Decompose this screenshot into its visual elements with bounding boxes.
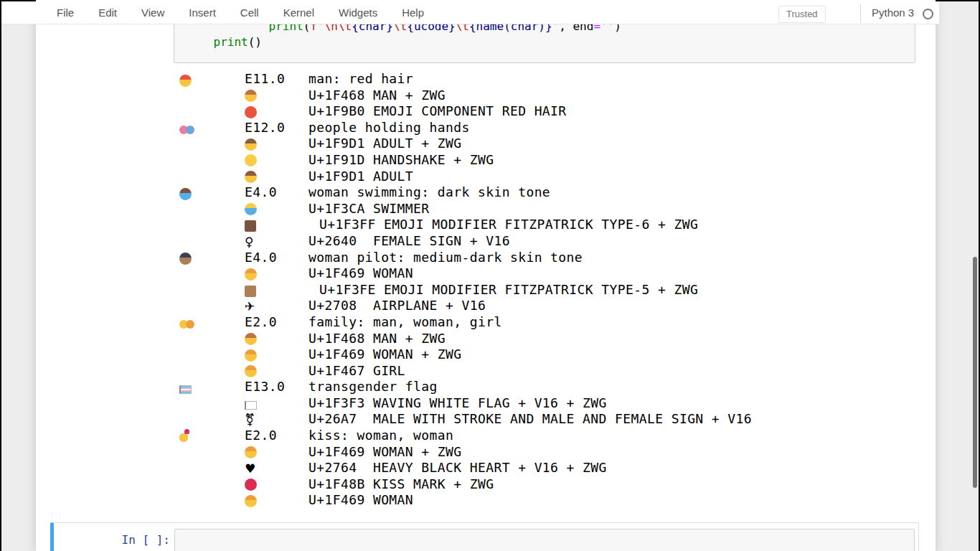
- codepoint-description: U+1F469 WOMAN + ZWG: [308, 444, 462, 459]
- codepoint-description: U+1F9B0 EMOJI COMPONENT RED HAIR: [308, 103, 567, 118]
- code-token: {ucode}: [407, 24, 455, 33]
- codepoint-description: U+1F468 MAN + ZWG: [308, 331, 446, 346]
- composite-emoji-cell: [179, 72, 192, 87]
- emoji-icon: [179, 75, 192, 87]
- output-row-emoji-header: E12.0people holding hands: [0, 120, 940, 136]
- codepoint-description: U+1F3FF EMOJI MODIFIER FITZPATRICK TYPE-…: [319, 217, 698, 232]
- emoji-icon: [179, 385, 192, 394]
- emoji-icon: [245, 446, 257, 458]
- code-editor[interactable]: print(f'\n\t{char}\t{ucode}\t{name(char)…: [174, 24, 915, 50]
- codepoint-description: U+1F9D1 ADULT: [308, 169, 413, 184]
- component-emoji-cell: [245, 395, 257, 410]
- component-emoji-cell: [245, 476, 257, 491]
- emoji-icon: [245, 286, 256, 297]
- emoji-description: man: red hair: [308, 71, 413, 86]
- menu-item-view[interactable]: View: [129, 1, 176, 24]
- emoji-version: E2.0: [245, 314, 277, 329]
- composite-emoji-cell: [179, 250, 192, 265]
- menu-item-file[interactable]: File: [44, 1, 86, 24]
- emoji-icon: [245, 268, 257, 281]
- code-token: \t: [393, 24, 407, 33]
- emoji-icon: [245, 349, 257, 362]
- code-token: \t: [456, 24, 469, 33]
- code-token: ': [552, 24, 560, 33]
- emoji-version: E11.0: [245, 71, 285, 86]
- codepoint-description: U+1F467 GIRL: [308, 363, 405, 378]
- code-token: print: [269, 24, 303, 33]
- codepoint-description: U+1F48B KISS MARK + ZWG: [308, 476, 494, 491]
- emoji-icon: [179, 317, 195, 330]
- menu-item-edit[interactable]: Edit: [86, 1, 129, 24]
- code-token: print: [214, 35, 248, 49]
- cell-output-area: E11.0man: red hairU+1F468 MAN + ZWGU+1F9…: [0, 71, 940, 509]
- menubar: FileEditViewInsertCellKernelWidgetsHelp: [44, 1, 436, 24]
- menu-item-kernel[interactable]: Kernel: [271, 1, 326, 24]
- codepoint-description: U+1F469 WOMAN: [308, 492, 413, 507]
- component-emoji-cell: ⚧: [245, 411, 255, 427]
- codepoint-description: U+1F469 WOMAN + ZWG: [308, 347, 462, 362]
- component-emoji-cell: [245, 492, 257, 507]
- component-emoji-cell: [245, 217, 256, 232]
- emoji-icon: [245, 401, 257, 410]
- codepoint-description: U+2764 HEAVY BLACK HEART + V16 + ZWG: [308, 460, 607, 475]
- output-row-component: U+1F3CA SWIMMER: [0, 201, 940, 217]
- component-emoji-cell: [245, 282, 256, 297]
- component-emoji-cell: ♥: [245, 460, 256, 476]
- output-row-component: U+1F469 WOMAN + ZWG: [0, 347, 940, 363]
- menu-item-help[interactable]: Help: [390, 1, 436, 24]
- emoji-icon: [245, 203, 257, 215]
- code-cell-input-area[interactable]: print(f'\n\t{char}\t{ucode}\t{name(char)…: [174, 24, 915, 63]
- codepoint-description: U+26A7 MALE WITH STROKE AND MALE AND FEM…: [308, 411, 752, 426]
- output-row-component: U+1F3F3 WAVING WHITE FLAG + V16 + ZWG: [0, 395, 940, 412]
- header-divider: [860, 4, 861, 23]
- output-row-emoji-header: E4.0woman pilot: medium-dark skin tone: [0, 250, 940, 266]
- output-row-component: ✈U+2708 AIRPLANE + V16: [0, 298, 940, 314]
- output-row-component: U+1F3FF EMOJI MODIFIER FITZPATRICK TYPE-…: [0, 217, 940, 233]
- scrollbar-thumb[interactable]: [973, 257, 977, 488]
- code-token: =: [593, 24, 600, 33]
- output-row-component: U+1F91D HANDSHAKE + ZWG: [0, 152, 940, 169]
- output-row-component: ♀U+2640 FEMALE SIGN + V16: [0, 233, 940, 250]
- component-emoji-cell: [245, 201, 257, 216]
- code-token: ,: [559, 24, 573, 33]
- emoji-description: transgender flag: [308, 379, 438, 394]
- emoji-icon: [245, 138, 257, 151]
- emoji-version: E2.0: [245, 428, 277, 443]
- emoji-icon: [245, 495, 257, 507]
- code-token: f': [310, 24, 324, 33]
- emoji-description: woman pilot: medium-dark skin tone: [308, 250, 583, 265]
- empty-code-input[interactable]: [174, 529, 915, 551]
- emoji-description: kiss: woman, woman: [308, 428, 453, 443]
- emoji-icon: [245, 365, 257, 377]
- selected-empty-cell[interactable]: In [ ]:: [50, 522, 919, 551]
- output-row-emoji-header: E11.0man: red hair: [0, 71, 940, 88]
- emoji-icon: ✈: [245, 299, 255, 314]
- menu-item-widgets[interactable]: Widgets: [326, 1, 390, 24]
- codepoint-description: U+1F469 WOMAN: [308, 265, 413, 281]
- output-row-emoji-header: E13.0transgender flag: [0, 379, 940, 395]
- input-prompt: In [ ]:: [54, 533, 170, 547]
- code-token: ): [614, 24, 621, 33]
- trusted-badge[interactable]: Trusted: [778, 6, 826, 23]
- emoji-icon: [245, 90, 257, 102]
- component-emoji-cell: [245, 88, 257, 103]
- menu-item-cell[interactable]: Cell: [228, 1, 271, 24]
- output-row-component: U+1F468 MAN + ZWG: [0, 331, 940, 347]
- kernel-name: Python 3: [872, 6, 914, 19]
- emoji-icon: [245, 479, 257, 491]
- output-row-component: U+1F469 WOMAN + ZWG: [0, 444, 940, 461]
- code-token: [186, 24, 269, 33]
- emoji-icon: ♥: [245, 461, 256, 476]
- emoji-description: family: man, woman, girl: [308, 314, 502, 329]
- codepoint-description: U+1F3F3 WAVING WHITE FLAG + V16 + ZWG: [308, 395, 607, 410]
- output-row-component: U+1F467 GIRL: [0, 363, 940, 380]
- component-emoji-cell: [245, 265, 257, 281]
- emoji-icon: [245, 171, 257, 183]
- output-row-component: U+1F9D1 ADULT: [0, 169, 940, 185]
- kernel-idle-circle-icon: [923, 9, 933, 19]
- emoji-icon: [245, 220, 256, 232]
- emoji-version: E13.0: [245, 379, 285, 394]
- menu-item-insert[interactable]: Insert: [176, 1, 228, 24]
- code-token: {name(char)}: [469, 24, 552, 33]
- component-emoji-cell: [245, 444, 257, 459]
